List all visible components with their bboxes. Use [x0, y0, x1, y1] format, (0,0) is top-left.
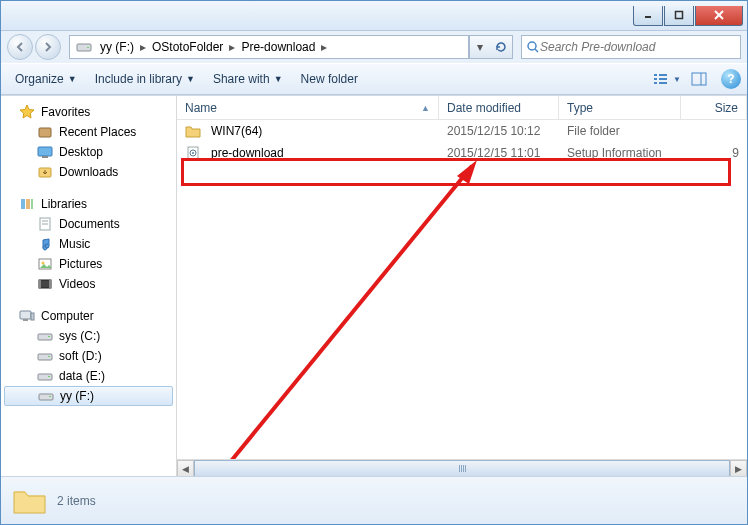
minimize-button[interactable] [633, 6, 663, 26]
sidebar-item-label: soft (D:) [59, 349, 102, 363]
computer-label: Computer [41, 309, 94, 323]
scroll-thumb[interactable] [194, 460, 730, 476]
close-button[interactable] [695, 6, 743, 26]
titlebar[interactable] [1, 1, 747, 31]
svg-rect-8 [654, 74, 657, 76]
address-row: yy (F:) ▸ OStotoFolder ▸ Pre-download ▸ … [1, 31, 747, 63]
maximize-icon [674, 10, 684, 20]
file-type: File folder [559, 120, 681, 142]
favorites-label: Favorites [41, 105, 90, 119]
chevron-down-icon: ▾ [477, 40, 483, 54]
breadcrumb-item[interactable]: yy (F:) [96, 36, 138, 58]
include-in-library-button[interactable]: Include in library▼ [87, 68, 203, 90]
sidebar-item-videos[interactable]: Videos [1, 274, 176, 294]
search-input[interactable] [540, 40, 736, 54]
organize-button[interactable]: Organize▼ [7, 68, 85, 90]
svg-rect-11 [659, 78, 667, 80]
search-box[interactable] [521, 35, 741, 59]
drive-icon [76, 39, 92, 55]
sidebar-item-desktop[interactable]: Desktop [1, 142, 176, 162]
sidebar-item-recent-places[interactable]: Recent Places [1, 122, 176, 142]
favorites-header[interactable]: Favorites [1, 102, 176, 122]
forward-icon [42, 41, 54, 53]
svg-rect-9 [659, 74, 667, 76]
folder-large-icon [11, 483, 47, 519]
share-with-button[interactable]: Share with▼ [205, 68, 291, 90]
sort-asc-icon: ▲ [421, 103, 430, 113]
forward-button[interactable] [35, 34, 61, 60]
sidebar-item-drive-e[interactable]: data (E:) [1, 366, 176, 386]
file-size: 9 [681, 142, 747, 164]
inf-file-icon [185, 145, 201, 161]
sidebar-item-music[interactable]: Music [1, 234, 176, 254]
svg-rect-21 [26, 199, 30, 209]
view-options-button[interactable]: ▼ [653, 67, 681, 91]
svg-rect-10 [654, 78, 657, 80]
file-list[interactable]: WIN7(64) 2015/12/15 10:12 File folder pr… [177, 120, 747, 164]
address-dropdown[interactable]: ▾ [469, 35, 489, 59]
svg-rect-41 [49, 396, 51, 397]
documents-icon [37, 216, 53, 232]
help-button[interactable]: ? [721, 69, 741, 89]
sidebar-item-downloads[interactable]: Downloads [1, 162, 176, 182]
horizontal-scrollbar[interactable]: ◀ ▶ [177, 459, 747, 476]
chevron-down-icon: ▼ [673, 75, 681, 84]
column-header-date[interactable]: Date modified [439, 96, 559, 119]
svg-rect-1 [676, 12, 683, 19]
back-button[interactable] [7, 34, 33, 60]
sidebar-item-drive-c[interactable]: sys (C:) [1, 326, 176, 346]
annotation-arrow [217, 156, 517, 476]
maximize-button[interactable] [664, 6, 694, 26]
organize-label: Organize [15, 72, 64, 86]
help-icon: ? [727, 72, 734, 86]
include-label: Include in library [95, 72, 182, 86]
sidebar-item-documents[interactable]: Documents [1, 214, 176, 234]
drive-icon [37, 368, 53, 384]
drive-icon [38, 388, 54, 404]
triangle-right-icon: ▶ [735, 464, 742, 474]
nav-pane: Favorites Recent Places Desktop Download… [1, 96, 177, 476]
videos-icon [37, 276, 53, 292]
breadcrumbs[interactable]: yy (F:) ▸ OStotoFolder ▸ Pre-download ▸ [69, 35, 469, 59]
file-row-folder[interactable]: WIN7(64) 2015/12/15 10:12 File folder [177, 120, 747, 142]
sidebar-item-drive-f[interactable]: yy (F:) [4, 386, 173, 406]
triangle-left-icon: ◀ [182, 464, 189, 474]
column-header-size[interactable]: Size [681, 96, 747, 119]
svg-rect-5 [87, 47, 89, 48]
sidebar-item-label: Pictures [59, 257, 102, 271]
svg-rect-37 [48, 356, 50, 357]
explorer-window: yy (F:) ▸ OStotoFolder ▸ Pre-download ▸ … [0, 0, 748, 525]
sidebar-item-label: Music [59, 237, 90, 251]
sidebar-item-label: Documents [59, 217, 120, 231]
column-header-name[interactable]: Name▲ [177, 96, 439, 119]
svg-rect-17 [38, 147, 52, 156]
back-icon [14, 41, 26, 53]
column-header-type[interactable]: Type [559, 96, 681, 119]
scroll-left-button[interactable]: ◀ [177, 460, 194, 476]
scroll-right-button[interactable]: ▶ [730, 460, 747, 476]
svg-rect-29 [39, 280, 41, 288]
svg-rect-35 [48, 336, 50, 337]
sidebar-item-pictures[interactable]: Pictures [1, 254, 176, 274]
computer-header[interactable]: Computer [1, 306, 176, 326]
breadcrumb-item[interactable]: Pre-download [237, 36, 319, 58]
drive-icon [37, 348, 53, 364]
svg-rect-32 [23, 319, 28, 321]
chevron-right-icon: ▸ [227, 40, 237, 54]
col-label: Date modified [447, 101, 521, 115]
breadcrumb-item[interactable]: OStotoFolder [148, 36, 227, 58]
refresh-button[interactable] [489, 35, 513, 59]
file-row-inf[interactable]: pre-download 2015/12/15 11:01 Setup Info… [177, 142, 747, 164]
col-label: Size [715, 101, 738, 115]
preview-pane-button[interactable] [685, 67, 713, 91]
desktop-icon [37, 144, 53, 160]
favorites-group: Favorites Recent Places Desktop Download… [1, 102, 176, 182]
sidebar-item-drive-d[interactable]: soft (D:) [1, 346, 176, 366]
column-header-row: Name▲ Date modified Type Size [177, 96, 747, 120]
body: Favorites Recent Places Desktop Download… [1, 95, 747, 476]
svg-rect-39 [48, 376, 50, 377]
libraries-header[interactable]: Libraries [1, 194, 176, 214]
new-folder-button[interactable]: New folder [293, 68, 366, 90]
svg-point-6 [528, 42, 536, 50]
sidebar-item-label: sys (C:) [59, 329, 100, 343]
